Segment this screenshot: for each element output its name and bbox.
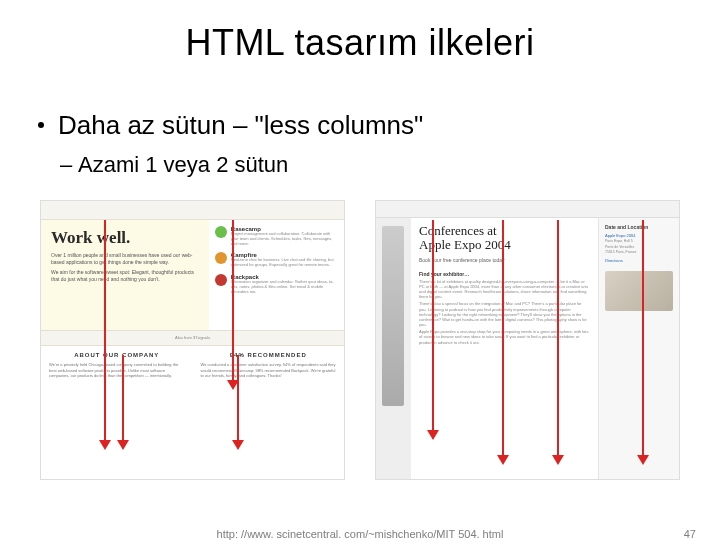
backpack-desc: Information organizer and calendar. Gath… <box>231 280 338 294</box>
bullet-level-2: – Azami 1 veya 2 sütun <box>78 152 288 178</box>
left-bottom-row: ABOUT OUR COMPANY We're a privately held… <box>41 346 344 426</box>
example-right-apple-expo: Conferences at Apple Expo 2004 Book your… <box>375 200 680 480</box>
left-topbar <box>41 201 344 220</box>
basecamp-icon <box>215 226 227 238</box>
side-link-directions: Directions <box>605 258 673 263</box>
footer-source-url: http: //www. scinetcentral. com/~mishche… <box>0 528 720 540</box>
example-left-37signals: Work well. Over 1 million people and sma… <box>40 200 345 480</box>
left-midbar: Also from 37signals <box>41 330 344 346</box>
side-addr-3: 75015 Paris, France <box>605 250 673 255</box>
side-heading: Date and Location <box>605 224 673 230</box>
bullet-dot-icon <box>38 122 44 128</box>
conf-sec1-p: There's a lot of exhibitors at quality d… <box>419 279 590 300</box>
left-col-about: ABOUT OUR COMPANY We're a privately held… <box>41 346 193 426</box>
conf-sec3-p: Apple Expo provides a one-stop shop for … <box>419 329 590 345</box>
side-addr-1: Paris Expo, Hall 5 <box>605 239 673 244</box>
left-col1-h: ABOUT OUR COMPANY <box>49 352 185 358</box>
bullet-1-text: Daha az sütun – "less columns" <box>58 110 423 140</box>
left-sub-2: We aim for the software sweet spot: Eleg… <box>51 269 199 282</box>
right-sidebar: Date and Location Apple Expo 2004 Paris … <box>598 218 679 480</box>
tool-campfire: Campfire Real-time chat for business. Li… <box>215 252 338 268</box>
right-banner-image <box>376 218 411 480</box>
example-images-row: Work well. Over 1 million people and sma… <box>40 200 680 480</box>
conf-sec1-h: Find your exhibitor… <box>419 271 590 277</box>
campfire-icon <box>215 252 227 264</box>
right-topbar <box>376 201 679 218</box>
left-col2-h: 94% RECOMMENDED <box>201 352 337 358</box>
right-main-copy: Conferences at Apple Expo 2004 Book your… <box>411 218 598 480</box>
side-addr-2: Porte de Versailles <box>605 245 673 250</box>
slide: HTML tasarım ilkeleri Daha az sütun – "l… <box>0 0 720 540</box>
slide-title: HTML tasarım ilkeleri <box>0 22 720 64</box>
side-link-expo: Apple Expo 2004 <box>605 233 673 238</box>
left-hero: Work well. Over 1 million people and sma… <box>41 220 344 330</box>
campfire-desc: Real-time chat for business. Live chat a… <box>231 258 338 268</box>
conf-sec2-p: There's also a special focus on the inte… <box>419 301 590 327</box>
page-number: 47 <box>684 528 696 540</box>
basecamp-desc: Project management and collaboration. Co… <box>231 232 338 246</box>
left-col-recommended: 94% RECOMMENDED We conducted a customer … <box>193 346 345 426</box>
side-thumbnail <box>605 271 673 311</box>
conf-title-line2: Apple Expo 2004 <box>419 238 590 252</box>
conf-title-line1: Conferences at <box>419 224 590 238</box>
bullet-dash-icon: – <box>60 152 72 178</box>
left-headline: Work well. <box>51 228 199 248</box>
left-col2-p: We conducted a customer satisfaction sur… <box>201 362 337 379</box>
left-col1-p: We're a privately held Chicago-based com… <box>49 362 185 379</box>
bullet-level-1: Daha az sütun – "less columns" <box>40 110 423 141</box>
tool-basecamp: Basecamp Project management and collabor… <box>215 226 338 246</box>
bullet-2-text: Azami 1 veya 2 sütun <box>78 152 288 177</box>
left-tools-list: Basecamp Project management and collabor… <box>209 220 344 330</box>
tool-backpack: Backpack Information organizer and calen… <box>215 274 338 294</box>
backpack-icon <box>215 274 227 286</box>
left-hero-copy: Work well. Over 1 million people and sma… <box>41 220 209 330</box>
conf-subtitle: Book your free conference place today <box>419 257 590 263</box>
left-sub-1: Over 1 million people and small business… <box>51 252 199 265</box>
right-body: Conferences at Apple Expo 2004 Book your… <box>376 218 679 480</box>
